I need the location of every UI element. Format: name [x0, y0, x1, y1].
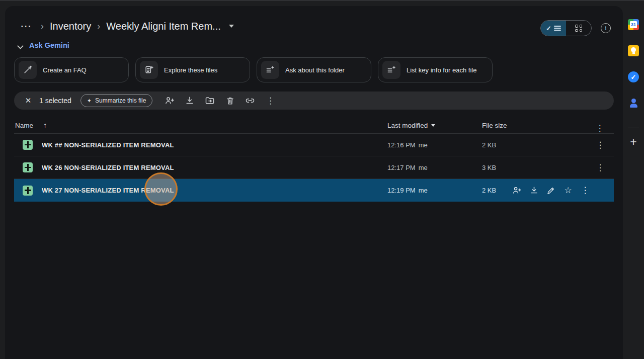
modified-time: 12:19 PM [387, 187, 416, 194]
chip-create-faq[interactable]: Create an FAQ [14, 57, 129, 82]
copy-link-button[interactable] [243, 94, 258, 108]
tasks-icon[interactable]: ✓ [628, 71, 639, 82]
breadcrumb-overflow-button[interactable]: ⋯ [17, 21, 35, 31]
chip-label: List key info for each file [407, 66, 476, 74]
chevron-right-icon: › [97, 21, 100, 32]
selection-toolbar: ✕ 1 selected ✦ Summarize this file ⋮ [14, 92, 614, 110]
summarize-file-button[interactable]: ✦ Summarize this file [80, 94, 153, 107]
file-row-wk-hash[interactable]: WK ## NON-SERIALIZED ITEM REMOVAL 12:16 … [14, 134, 614, 156]
keep-notes-icon[interactable] [628, 45, 639, 56]
share-add-person-button[interactable] [162, 94, 177, 108]
file-owner: me [419, 141, 428, 149]
caret-down-icon [431, 124, 435, 127]
chip-list-key-info[interactable]: List key info for each file [378, 57, 493, 82]
file-owner: me [419, 187, 428, 194]
check-icon: ✓ [631, 73, 636, 81]
selected-count-label: 1 selected [39, 97, 71, 105]
list-sparkle-icon [382, 61, 400, 79]
chip-ask-about-folder[interactable]: Ask about this folder [257, 57, 371, 82]
drive-content-panel: ⋯ › Inventory › Weekly Aligni Item Rem..… [5, 6, 623, 359]
list-view-icon [554, 26, 561, 31]
file-name: WK 27 NON-SERIALIZED ITEM REMOVAL [42, 187, 174, 194]
chip-explore-files[interactable]: Explore these files [135, 57, 250, 82]
file-modified: 12:17 PMme [387, 164, 428, 171]
view-controls: ✓ i [540, 20, 611, 36]
file-modified: 12:19 PMme [387, 187, 428, 194]
grid-view-button[interactable] [566, 21, 591, 36]
more-vertical-icon: ⋮ [596, 141, 605, 149]
file-row-wk-27-selected[interactable]: WK 27 NON-SERIALIZED ITEM REMOVAL 12:19 … [14, 179, 614, 202]
document-sparkle-icon [140, 61, 158, 79]
google-sheets-icon [23, 186, 33, 196]
google-apps-side-panel: 31 ✓ + [623, 6, 644, 359]
chip-label: Create an FAQ [43, 66, 87, 74]
breadcrumb: ⋯ › Inventory › Weekly Aligni Item Rem..… [17, 15, 234, 37]
breadcrumb-item-inventory[interactable]: Inventory [50, 21, 91, 32]
file-size: 2 KB [482, 141, 496, 149]
sparkle-icon: ✦ [87, 98, 92, 104]
chevron-down-icon [18, 43, 23, 48]
more-vertical-icon: ⋮ [596, 163, 605, 172]
more-actions-button[interactable]: ⋮ [263, 94, 278, 108]
modified-time: 12:17 PM [387, 164, 416, 171]
check-icon: ✓ [546, 25, 551, 32]
contacts-icon[interactable] [628, 98, 639, 109]
calendar-icon[interactable]: 31 [628, 19, 639, 30]
folder-menu-caret-icon[interactable] [229, 25, 234, 28]
column-header-name[interactable]: Name [15, 122, 33, 129]
details-info-button[interactable]: i [601, 23, 611, 33]
more-vertical-icon: ⋮ [266, 97, 275, 105]
gemini-suggestion-chips: Create an FAQ Explore these files Ask ab… [14, 57, 493, 82]
ask-gemini-toggle[interactable]: Ask Gemini [18, 41, 69, 49]
row-more-button[interactable]: ⋮ [593, 160, 607, 174]
google-sheets-icon [23, 162, 33, 172]
row-more-button[interactable]: ⋮ [593, 138, 607, 152]
modified-time: 12:16 PM [387, 141, 416, 149]
header-more-button[interactable]: ⋮ [592, 121, 607, 135]
list-sparkle-icon [261, 61, 279, 79]
rename-pencil-button[interactable] [542, 183, 559, 198]
summarize-label: Summarize this file [95, 97, 146, 104]
star-icon: ☆ [564, 186, 572, 195]
column-header-file-size[interactable]: File size [482, 122, 507, 129]
add-addon-button[interactable]: + [630, 136, 636, 148]
more-vertical-icon: ⋮ [581, 186, 590, 195]
file-modified: 12:16 PMme [387, 141, 428, 149]
chip-label: Ask about this folder [285, 66, 345, 74]
ask-gemini-label: Ask Gemini [29, 41, 69, 49]
grid-view-icon [575, 25, 582, 32]
google-sheets-icon [23, 140, 33, 150]
download-button[interactable] [182, 94, 197, 108]
file-list: WK ## NON-SERIALIZED ITEM REMOVAL 12:16 … [14, 134, 614, 202]
file-name: WK 26 NON-SERIALIZED ITEM REMOVAL [42, 164, 174, 171]
file-size: 3 KB [482, 164, 496, 171]
file-list-header: Name ↑ Last modified File size ⋮ [14, 118, 614, 134]
layout-toggle: ✓ [540, 20, 592, 36]
list-view-button[interactable]: ✓ [541, 21, 566, 36]
column-header-last-modified[interactable]: Last modified [387, 122, 435, 129]
row-quick-actions: ☆ ⋮ [508, 183, 594, 198]
wand-icon [19, 61, 37, 79]
file-size: 2 KB [482, 187, 496, 194]
file-name: WK ## NON-SERIALIZED ITEM REMOVAL [42, 141, 174, 149]
sort-ascending-icon[interactable]: ↑ [43, 121, 47, 129]
chevron-right-icon: › [41, 21, 44, 32]
breadcrumb-item-current-folder[interactable]: Weekly Aligni Item Rem... [106, 21, 220, 32]
window-top-edge [0, 0, 644, 1]
info-icon: i [605, 25, 606, 32]
more-vertical-icon: ⋮ [596, 124, 604, 133]
share-add-person-button[interactable] [508, 183, 525, 198]
download-button[interactable] [525, 183, 542, 198]
file-row-wk-26[interactable]: WK 26 NON-SERIALIZED ITEM REMOVAL 12:17 … [14, 156, 614, 179]
move-to-folder-button[interactable] [202, 94, 217, 108]
file-owner: me [419, 164, 428, 171]
row-more-button[interactable]: ⋮ [577, 183, 594, 198]
side-panel-divider [628, 128, 639, 128]
star-button[interactable]: ☆ [559, 183, 577, 198]
chip-label: Explore these files [164, 66, 217, 74]
calendar-date-label: 31 [630, 21, 637, 28]
clear-selection-button[interactable]: ✕ [21, 94, 35, 108]
trash-button[interactable] [222, 94, 237, 108]
last-modified-label: Last modified [387, 122, 428, 129]
close-icon: ✕ [25, 96, 32, 105]
